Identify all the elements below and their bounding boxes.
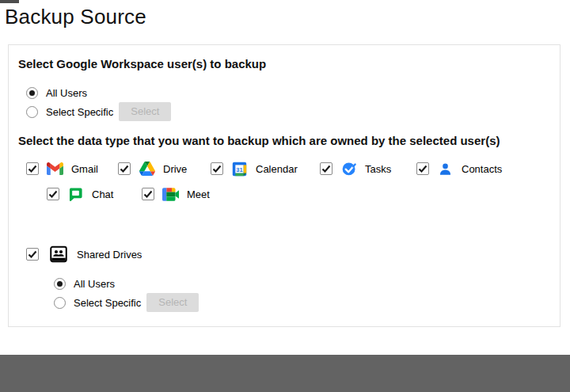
chat-icon [67,186,84,203]
select-specific-label: Select Specific [46,106,113,118]
shared-drives-icon [48,244,69,265]
shared-drives-label: Shared Drives [77,249,142,261]
shared-all-users-label: All Users [74,278,115,290]
all-users-option[interactable]: All Users [18,83,550,102]
drive-label: Drive [163,163,187,175]
calendar-label: Calendar [256,163,298,175]
calendar-checkbox[interactable] [211,162,223,175]
select-specific-option[interactable]: Select Specific Select [18,102,550,121]
shared-drives-option[interactable]: Shared Drives [18,242,550,266]
shared-select-specific-label: Select Specific [74,297,141,309]
contacts-checkbox[interactable] [416,162,429,175]
drive-icon [139,161,155,177]
drive-checkbox[interactable] [118,162,131,175]
chat-checkbox[interactable] [47,188,59,200]
contacts-icon [437,161,454,177]
page-title: Backup Source [5,5,146,29]
data-type-heading: Select the data type that you want to ba… [18,134,550,147]
shared-all-users-option[interactable]: All Users [18,274,550,293]
data-type-chat[interactable]: Chat [47,186,142,203]
gmail-label: Gmail [71,163,98,175]
all-users-radio[interactable] [26,87,38,99]
contacts-label: Contacts [462,163,502,175]
shared-drives-checkbox[interactable] [26,248,39,261]
window-artifact [0,0,19,3]
data-type-contacts[interactable]: Contacts [416,161,502,177]
backup-source-panel: Select Google Workspace user(s) to backu… [8,44,560,327]
tasks-icon [340,161,357,177]
all-users-label: All Users [46,87,87,99]
select-specific-radio[interactable] [26,106,38,118]
select-users-button[interactable]: Select [119,102,171,121]
data-type-gmail[interactable]: Gmail [26,161,118,177]
meet-label: Meet [187,188,210,200]
gmail-checkbox[interactable] [26,162,39,175]
shared-select-specific-option[interactable]: Select Specific Select [18,293,550,312]
data-type-row-1: Gmail Drive [18,158,550,179]
chat-label: Chat [92,188,113,200]
shared-select-specific-radio[interactable] [54,297,66,309]
data-type-row-2: Chat Meet [18,184,550,204]
footer-bar [0,355,570,392]
svg-text:31: 31 [236,166,242,173]
meet-icon [162,186,179,203]
tasks-checkbox[interactable] [320,162,332,175]
data-type-tasks[interactable]: Tasks [320,161,416,177]
data-type-drive[interactable]: Drive [118,161,211,177]
calendar-icon: 31 [231,161,248,177]
data-type-meet[interactable]: Meet [142,186,210,203]
shared-all-users-radio[interactable] [54,278,66,290]
tasks-label: Tasks [365,163,391,175]
user-selection-heading: Select Google Workspace user(s) to backu… [18,57,550,70]
shared-select-button[interactable]: Select [146,293,199,312]
gmail-icon [47,161,63,177]
data-type-calendar[interactable]: 31 Calendar [211,161,320,177]
meet-checkbox[interactable] [142,188,154,200]
